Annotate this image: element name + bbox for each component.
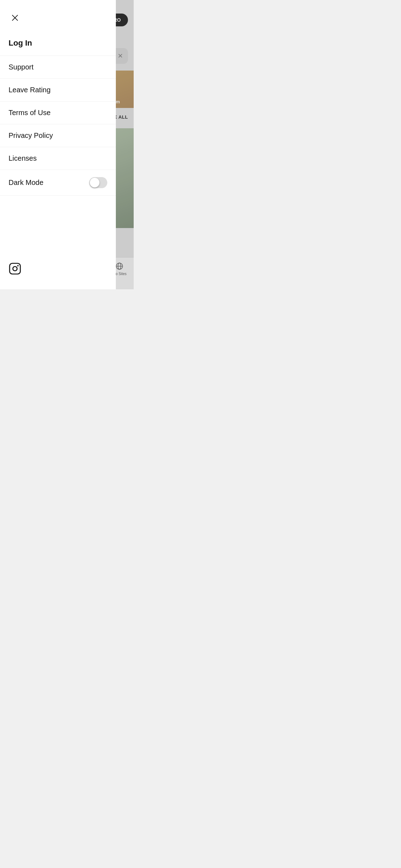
svg-point-11 [18,265,19,266]
svg-point-10 [13,267,17,271]
svg-rect-9 [10,263,20,274]
drawer-bottom [0,255,116,289]
drawer-item-login[interactable]: Log In [0,32,116,56]
dim-overlay [116,0,134,289]
toggle-thumb [90,178,99,187]
dark-mode-toggle[interactable] [89,177,107,188]
instagram-icon[interactable] [9,262,21,275]
drawer-item-licenses[interactable]: Licenses [0,147,116,170]
dark-mode-label: Dark Mode [9,179,43,187]
drawer-item-privacy-policy[interactable]: Privacy Policy [0,124,116,147]
drawer-item-leave-rating[interactable]: Leave Rating [0,79,116,102]
drawer-content: Log In Support Leave Rating Terms of Use… [0,32,116,289]
drawer-item-support[interactable]: Support [0,56,116,79]
drawer-item-terms-of-use[interactable]: Terms of Use [0,102,116,124]
drawer-item-dark-mode[interactable]: Dark Mode [0,170,116,196]
drawer-close-button[interactable] [7,10,23,26]
drawer: Log In Support Leave Rating Terms of Use… [0,0,116,289]
